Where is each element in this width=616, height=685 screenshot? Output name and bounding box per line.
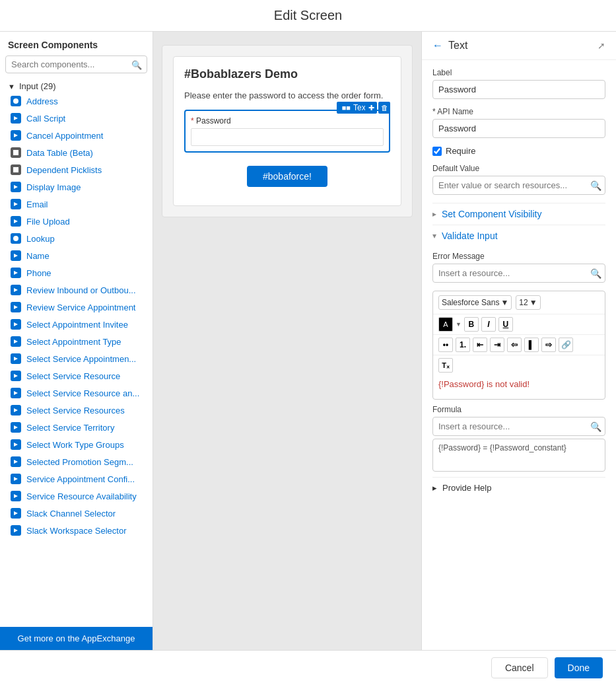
font-size-value: 12 (519, 298, 528, 307)
error-message-wrapper: 🔍 (432, 264, 605, 283)
sidebar-section-input[interactable]: ▼ Input (29) (0, 79, 153, 92)
footer: Cancel Done (0, 650, 616, 685)
sidebar-item-review-service-appointment[interactable]: Review Service Appointment (0, 299, 153, 316)
italic-button[interactable]: I (481, 317, 496, 332)
set-visibility-header[interactable]: ▸ Set Component Visibility (432, 203, 605, 225)
submit-button[interactable]: #bobaforce! (247, 166, 327, 187)
field-action-trash[interactable]: 🗑 (378, 102, 390, 114)
font-select[interactable]: Salesforce Sans ▼ (438, 295, 512, 310)
sidebar-item-call-script[interactable]: Call Script (0, 110, 153, 127)
cancel-button[interactable]: Cancel (491, 657, 548, 678)
error-message-input[interactable] (432, 264, 605, 283)
formula-input[interactable] (432, 417, 605, 436)
rt-content-area[interactable]: {!Password} is not valid! (433, 375, 605, 399)
indent-left-button[interactable]: ⇤ (473, 338, 487, 352)
sidebar-item-select-service-territory[interactable]: Select Service Territory (0, 419, 153, 436)
sidebar-item-lookup[interactable]: Lookup (0, 230, 153, 247)
sidebar-item-select-service-resource-an[interactable]: Select Service Resource an... (0, 384, 153, 402)
default-value-search-button[interactable]: 🔍 (590, 180, 601, 191)
link-button[interactable]: 🔗 (559, 338, 573, 352)
component-icon (11, 525, 21, 536)
unordered-list-button[interactable]: •• (438, 338, 453, 352)
component-icon (11, 182, 21, 192)
indent-right-button[interactable]: ⇥ (490, 338, 504, 352)
sidebar-item-file-upload[interactable]: File Upload (0, 213, 153, 230)
validate-input-header[interactable]: ▾ Validate Input (432, 225, 605, 246)
error-message-search-button[interactable]: 🔍 (590, 268, 601, 279)
appexchange-button[interactable]: Get more on the AppExchange (0, 627, 153, 650)
sidebar-item-label: Select Appointment Invitee (26, 320, 128, 330)
expand-icon[interactable]: ➚ (598, 40, 605, 51)
color-picker-button[interactable]: A (438, 317, 453, 332)
sidebar-item-display-image[interactable]: Display Image (0, 178, 153, 196)
align-right-button[interactable]: ⇨ (541, 338, 556, 352)
sidebar: Screen Components 🔍 ▼ Input (29) Address… (0, 32, 153, 650)
header-title: Edit Screen (274, 8, 342, 22)
ordered-list-button[interactable]: 1. (456, 338, 470, 352)
align-center-button[interactable]: ▌ (524, 338, 539, 352)
sidebar-item-address[interactable]: Address (0, 92, 153, 110)
form-description: Please enter the password to access the … (184, 90, 390, 100)
sidebar-item-selected-promotion-segm[interactable]: Selected Promotion Segm... (0, 453, 153, 470)
sidebar-item-dependent-picklists[interactable]: Dependent Picklists (0, 161, 153, 178)
sidebar-item-select-service-appointment[interactable]: Select Service Appointmen... (0, 350, 153, 367)
svg-marker-14 (14, 340, 18, 343)
right-panel: ← Text ➚ Label * API Name Require (421, 32, 616, 650)
svg-marker-18 (14, 408, 18, 412)
require-checkbox-row: Require (432, 146, 605, 156)
sidebar-item-service-resource-availability[interactable]: Service Resource Availability (0, 487, 153, 505)
sidebar-item-select-service-resources[interactable]: Select Service Resources (0, 402, 153, 419)
sidebar-item-email[interactable]: Email (0, 196, 153, 213)
component-icon (11, 96, 21, 106)
component-icon (11, 233, 21, 244)
sidebar-item-slack-workspace-selector[interactable]: Slack Workspace Selector (0, 522, 153, 539)
api-name-field-input[interactable] (432, 119, 605, 138)
sidebar-item-review-inbound[interactable]: Review Inbound or Outbou... (0, 281, 153, 299)
sidebar-item-cancel-appointment[interactable]: Cancel Appointment (0, 127, 153, 144)
sidebar-item-select-appointment-type[interactable]: Select Appointment Type (0, 333, 153, 350)
component-icon (11, 439, 21, 450)
panel-header-left: ← Text (432, 40, 467, 52)
canvas-inner: #Bobablazers Demo Please enter the passw… (162, 45, 413, 217)
sidebar-item-label: Service Appointment Confi... (26, 474, 135, 484)
underline-button[interactable]: U (498, 317, 513, 332)
field-action-plus[interactable]: ✚ (365, 102, 377, 114)
default-value-input[interactable] (432, 176, 605, 195)
done-button[interactable]: Done (555, 657, 603, 678)
appexchange-label: Get more on the AppExchange (18, 633, 135, 643)
done-label: Done (568, 663, 590, 673)
font-name: Salesforce Sans (442, 298, 499, 307)
require-checkbox[interactable] (432, 147, 442, 156)
sidebar-item-data-table[interactable]: Data Table (Beta) (0, 144, 153, 161)
bold-button[interactable]: B (464, 317, 479, 332)
svg-marker-13 (14, 322, 18, 326)
clear-format-button[interactable]: Tₓ (438, 358, 453, 373)
align-left-button[interactable]: ⇦ (507, 338, 522, 352)
sidebar-item-label: Review Inbound or Outbou... (26, 285, 136, 295)
size-select[interactable]: 12 ▼ (516, 295, 540, 310)
sidebar-item-name[interactable]: Name (0, 247, 153, 264)
back-button[interactable]: ← (432, 40, 443, 52)
sidebar-item-service-appointment-confi[interactable]: Service Appointment Confi... (0, 470, 153, 487)
label-field-input[interactable] (432, 80, 605, 99)
formula-search-button[interactable]: 🔍 (590, 421, 601, 432)
sidebar-item-slack-channel-selector[interactable]: Slack Channel Selector (0, 505, 153, 522)
chevron-right-icon-help: ▸ (432, 483, 437, 493)
submit-button-label: #bobaforce! (263, 171, 312, 182)
provide-help-title: Provide Help (442, 483, 491, 493)
sidebar-item-phone[interactable]: Phone (0, 264, 153, 281)
formula-value[interactable]: {!Password} = {!Password_constant} (432, 439, 605, 472)
svg-marker-7 (14, 219, 18, 223)
svg-marker-19 (14, 425, 18, 429)
password-input[interactable] (191, 128, 384, 146)
component-icon (11, 353, 21, 364)
sidebar-item-select-service-resource[interactable]: Select Service Resource (0, 367, 153, 384)
sidebar-item-select-appointment-invitee[interactable]: Select Appointment Invitee (0, 316, 153, 333)
require-label: Require (446, 146, 476, 156)
sidebar-item-label: Address (26, 96, 58, 106)
svg-marker-11 (14, 288, 18, 292)
search-input[interactable] (5, 55, 147, 73)
move-icon: ■■ (342, 104, 351, 112)
sidebar-item-select-work-type-groups[interactable]: Select Work Type Groups (0, 436, 153, 453)
provide-help-header[interactable]: ▸ Provide Help (432, 477, 605, 498)
